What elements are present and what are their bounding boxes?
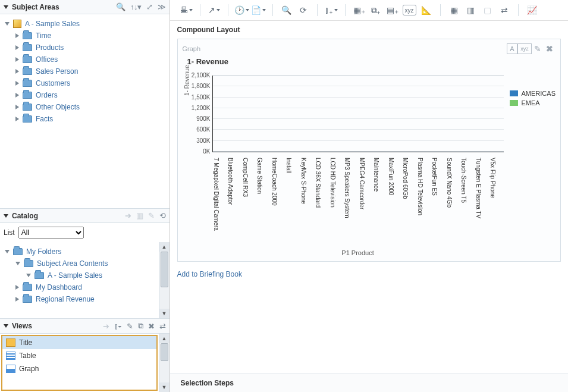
x-tick-label: LCD HD Television bbox=[329, 158, 336, 208]
selection-steps-title: Selection Steps bbox=[181, 379, 234, 387]
expand-icon[interactable] bbox=[5, 250, 10, 253]
refresh-subject-icon[interactable]: ⤢ bbox=[146, 2, 153, 11]
expand-icon[interactable] bbox=[15, 93, 19, 98]
folder-icon bbox=[23, 92, 32, 99]
catalog-title: Catalog bbox=[12, 212, 125, 220]
graph-view-icon bbox=[6, 365, 15, 373]
copy-view-icon[interactable]: ⧉ bbox=[138, 321, 143, 331]
expand-icon[interactable] bbox=[15, 45, 19, 50]
expand-icon[interactable] bbox=[15, 33, 19, 38]
expand-icon[interactable] bbox=[15, 262, 20, 265]
x-tick-label: PocketFun ES bbox=[431, 158, 438, 196]
expand-icon[interactable] bbox=[15, 285, 19, 290]
subject-area-item[interactable]: Other Objects bbox=[2, 101, 167, 113]
export-button[interactable]: ↗ bbox=[208, 4, 221, 17]
new-view-icon[interactable]: ⫿▾ bbox=[114, 322, 122, 331]
expand-pane-icon[interactable]: ≫ bbox=[158, 2, 166, 11]
folder-icon bbox=[23, 104, 32, 111]
subject-area-item[interactable]: Facts bbox=[2, 113, 167, 125]
catalog-root[interactable]: My Folders bbox=[2, 246, 156, 258]
views-title: Views bbox=[12, 322, 103, 330]
refresh-catalog-icon[interactable]: ⟲ bbox=[159, 211, 166, 220]
expand-icon[interactable] bbox=[15, 297, 19, 302]
catalog-scrollbar[interactable]: ▲ ▼ bbox=[159, 242, 170, 318]
analysis-toolbar: 🖶 ↗ 🕑 📄 🔍 ⟳ ⫿₊ ▦₊ ⧉₊ ▤₊ xyz 📐 ▦ ▥ ▢ ⇄ bbox=[170, 0, 568, 21]
add-container-button[interactable]: ▦₊ bbox=[353, 4, 366, 17]
new-view-button[interactable]: ⫿₊ bbox=[325, 4, 338, 17]
catalog-item[interactable]: Regional Revenue bbox=[2, 293, 156, 305]
format-a-icon[interactable]: A bbox=[507, 43, 517, 54]
subject-area-item[interactable]: Sales Person bbox=[2, 65, 167, 77]
subject-area-item[interactable]: Products bbox=[2, 42, 167, 54]
edit-graph-icon[interactable]: ✎ bbox=[532, 43, 544, 55]
views-scrollbar[interactable]: ▲ ▼ bbox=[159, 334, 170, 392]
folder-icon bbox=[13, 248, 23, 255]
layout-3-button[interactable]: ▢ bbox=[481, 4, 494, 17]
ruler-button[interactable]: 📐 bbox=[420, 4, 433, 17]
add-to-icon[interactable]: ▥ bbox=[136, 211, 143, 220]
open-icon[interactable]: ➔ bbox=[125, 211, 131, 220]
bar-chart[interactable]: 1- Revenue 0K300K600K900K1,200K1,500K1,8… bbox=[183, 66, 504, 256]
expand-icon[interactable] bbox=[15, 81, 19, 86]
link-container-button[interactable]: ⧉₊ bbox=[369, 4, 382, 17]
x-tick-label: MPEG4 Camcorder bbox=[359, 158, 365, 209]
rename-view-icon[interactable]: ⇄ bbox=[159, 322, 166, 331]
delete-view-icon[interactable]: ✖ bbox=[148, 322, 155, 331]
search-icon[interactable]: 🔍 bbox=[116, 2, 125, 11]
catalog-header: Catalog ➔ ▥ ✎ ⟲ bbox=[0, 209, 170, 223]
subject-area-item[interactable]: Offices bbox=[2, 54, 167, 65]
folder-icon bbox=[24, 260, 33, 267]
sort-icon[interactable]: ↑↓▾ bbox=[130, 2, 142, 11]
add-to-briefing-book-link[interactable]: Add to Briefing Book bbox=[170, 266, 568, 287]
subject-area-item[interactable]: Orders bbox=[2, 89, 167, 101]
subject-area-item[interactable]: Time bbox=[2, 30, 167, 42]
folder-icon bbox=[23, 56, 32, 63]
expand-icon[interactable] bbox=[5, 22, 10, 26]
tree-label: Other Objects bbox=[36, 103, 80, 111]
catalog-item[interactable]: Subject Area Contents bbox=[2, 258, 156, 269]
xyz-button[interactable]: xyz bbox=[403, 5, 416, 15]
tree-label: My Folders bbox=[26, 247, 61, 256]
catalog-filter-select[interactable]: All bbox=[18, 227, 84, 239]
edit-view-icon[interactable]: ✎ bbox=[127, 322, 133, 331]
expand-icon[interactable] bbox=[15, 69, 19, 74]
tree-label: Customers bbox=[36, 79, 70, 87]
add-view-inline-icon[interactable]: ➔ bbox=[103, 322, 109, 331]
layout-2-button[interactable]: ▥ bbox=[465, 4, 478, 17]
catalog-item[interactable]: My Dashboard bbox=[2, 281, 156, 293]
expand-icon[interactable] bbox=[26, 274, 31, 277]
deliver-button[interactable]: 📄 bbox=[252, 4, 265, 17]
grid-container-button[interactable]: ▤₊ bbox=[386, 4, 399, 17]
xyz-format-icon[interactable]: xyz bbox=[517, 43, 532, 54]
catalog-collapse-icon[interactable] bbox=[4, 214, 8, 218]
view-item-table[interactable]: Table bbox=[2, 349, 156, 362]
view-item-title[interactable]: Title bbox=[2, 336, 156, 349]
schedule-button[interactable]: 🕑 bbox=[236, 4, 249, 17]
folder-icon bbox=[23, 115, 32, 123]
expand-icon[interactable] bbox=[15, 105, 19, 109]
catalog-tree: My Folders Subject Area Contents A - Sam… bbox=[0, 242, 159, 318]
performance-button[interactable]: 📈 bbox=[526, 4, 539, 17]
x-tick-label: SoundX Nano 4Gb bbox=[446, 158, 453, 208]
subject-areas-collapse-icon[interactable] bbox=[4, 5, 8, 9]
y-axis-label: 1- Revenue bbox=[184, 65, 190, 96]
view-item-graph[interactable]: Graph bbox=[2, 362, 156, 375]
print-button[interactable]: 🖶 bbox=[180, 4, 193, 17]
table-view-icon bbox=[6, 352, 15, 360]
layout-4-button[interactable]: ⇄ bbox=[498, 4, 511, 17]
catalog-item[interactable]: A - Sample Sales bbox=[2, 269, 156, 281]
subject-area-root[interactable]: A - Sample Sales bbox=[2, 18, 167, 30]
expand-icon[interactable] bbox=[15, 57, 19, 62]
refresh-button[interactable]: ⟳ bbox=[297, 4, 310, 17]
tree-label: Regional Revenue bbox=[36, 295, 95, 303]
expand-icon[interactable] bbox=[15, 117, 19, 121]
views-collapse-icon[interactable] bbox=[4, 324, 8, 328]
layout-1-button[interactable]: ▦ bbox=[448, 4, 461, 17]
selection-steps-header[interactable]: Selection Steps bbox=[170, 374, 568, 392]
x-tick-label: CompCell RX3 bbox=[242, 158, 249, 197]
remove-graph-icon[interactable]: ✖ bbox=[544, 43, 556, 55]
edit-catalog-icon[interactable]: ✎ bbox=[148, 211, 155, 220]
tree-label: Subject Area Contents bbox=[37, 259, 108, 268]
subject-area-item[interactable]: Customers bbox=[2, 77, 167, 89]
preview-button[interactable]: 🔍 bbox=[280, 4, 293, 17]
